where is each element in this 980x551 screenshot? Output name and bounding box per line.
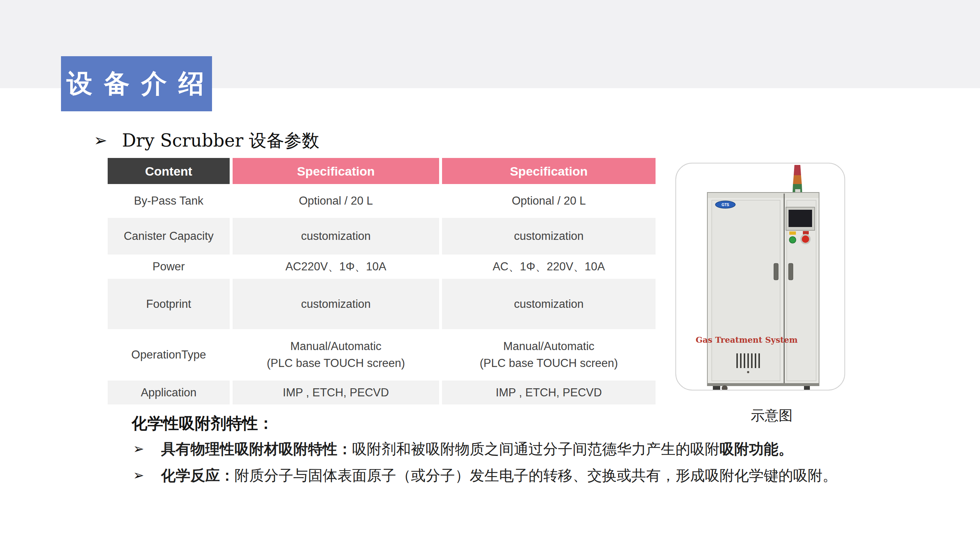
header-specification-1: Specification xyxy=(232,158,439,184)
arrow-bullet-icon: ➢ xyxy=(133,466,144,485)
spec-line-1: Manual/Automatic xyxy=(290,338,382,355)
row-spec1: customization xyxy=(232,218,439,254)
equipment-photo: GTS Gas Treatment System xyxy=(676,164,845,391)
slide-title: 设 备 介 绍 xyxy=(67,67,206,101)
cabinet-base xyxy=(707,383,819,391)
bullet-tail: 吸附功能。 xyxy=(719,441,793,457)
table-row: Power AC220V、1Φ、10A AC、1Φ、220V、10A xyxy=(108,254,655,279)
arrow-bullet-icon: ➢ xyxy=(133,439,144,459)
keyhole xyxy=(747,371,749,373)
touch-screen xyxy=(786,207,815,230)
table-header-row: Content Specification Specification xyxy=(108,158,655,184)
figure-caption: 示意图 xyxy=(713,406,830,425)
chem-bullet-1: ➢ 具有物理性吸附材吸附特性：吸附剂和被吸附物质之间通过分子间范德华力产生的吸附… xyxy=(133,439,793,459)
table-row: Application IMP , ETCH, PECVD IMP , ETCH… xyxy=(108,381,655,405)
door-handle-right xyxy=(789,264,793,280)
spec-line-2: (PLC base TOUCH screen) xyxy=(479,355,618,372)
bullet-body: 吸附剂和被吸附物质之间通过分子间范德华力产生的吸附 xyxy=(352,441,719,457)
arrow-bullet-icon: ➢ xyxy=(94,129,107,151)
equipment-figure-frame: GTS Gas Treatment System xyxy=(675,163,845,391)
row-spec1: customization xyxy=(232,279,439,329)
bullet-lead: 具有物理性吸附材吸附特性： xyxy=(161,441,352,457)
header-specification-2: Specification xyxy=(442,158,655,184)
logo-badge: GTS xyxy=(716,201,735,208)
row-spec2: customization xyxy=(442,279,655,329)
spec-line-2: (PLC base TOUCH screen) xyxy=(267,355,405,372)
row-spec2: AC、1Φ、220V、10A xyxy=(442,254,655,279)
bullet-body: 附质分子与固体表面原子（或分子）发生电子的转移、交换或共有，形成吸附化学键的吸附… xyxy=(234,467,837,483)
yellow-indicator xyxy=(789,232,796,235)
row-spec2: Manual/Automatic (PLC base TOUCH screen) xyxy=(442,329,655,381)
slide-title-box: 设 备 介 绍 xyxy=(61,56,212,111)
signal-tower-icon xyxy=(792,165,802,194)
bullet-lead: 化学反应： xyxy=(161,467,234,483)
row-spec2: customization xyxy=(442,218,655,254)
row-label: Canister Capacity xyxy=(108,218,230,254)
row-label: Application xyxy=(108,381,230,405)
table-row: Canister Capacity customization customiz… xyxy=(108,218,655,254)
chem-bullet-text: 化学反应：附质分子与固体表面原子（或分子）发生电子的转移、交换或共有，形成吸附化… xyxy=(161,466,837,485)
row-spec1: IMP , ETCH, PECVD xyxy=(232,381,439,405)
table-row: Footprint customization customization xyxy=(108,279,655,329)
row-label: Power xyxy=(108,254,230,279)
red-indicator xyxy=(803,231,809,234)
spec-table: Content Specification Specification By-P… xyxy=(108,158,655,405)
table-row: OperationType Manual/Automatic (PLC base… xyxy=(108,329,655,381)
machine-label: Gas Treatment System xyxy=(695,335,797,345)
row-spec2: Optional / 20 L xyxy=(442,184,655,218)
row-label: By-Pass Tank xyxy=(108,184,230,218)
section-heading: ➢ Dry Scrubber 设备参数 xyxy=(94,129,319,151)
chem-bullet-text: 具有物理性吸附材吸附特性：吸附剂和被吸附物质之间通过分子间范德华力产生的吸附吸附… xyxy=(161,439,793,459)
chem-bullet-2: ➢ 化学反应：附质分子与固体表面原子（或分子）发生电子的转移、交换或共有，形成吸… xyxy=(133,466,837,485)
table-row: By-Pass Tank Optional / 20 L Optional / … xyxy=(108,184,655,218)
logo-text: GTS xyxy=(722,203,729,207)
emergency-stop-button xyxy=(800,234,811,244)
section-heading-text: Dry Scrubber 设备参数 xyxy=(122,129,320,151)
row-label: Footprint xyxy=(108,279,230,329)
row-spec1: AC220V、1Φ、10A xyxy=(232,254,439,279)
header-content: Content xyxy=(108,158,230,184)
row-spec1: Optional / 20 L xyxy=(232,184,439,218)
chem-section-heading: 化学性吸附剂特性： xyxy=(132,413,274,434)
green-button xyxy=(789,237,796,243)
row-spec1: Manual/Automatic (PLC base TOUCH screen) xyxy=(232,329,439,381)
row-label: OperationType xyxy=(108,329,230,381)
row-spec2: IMP , ETCH, PECVD xyxy=(442,381,655,405)
spec-line-1: Manual/Automatic xyxy=(503,338,594,355)
door-handle-left xyxy=(774,264,778,280)
